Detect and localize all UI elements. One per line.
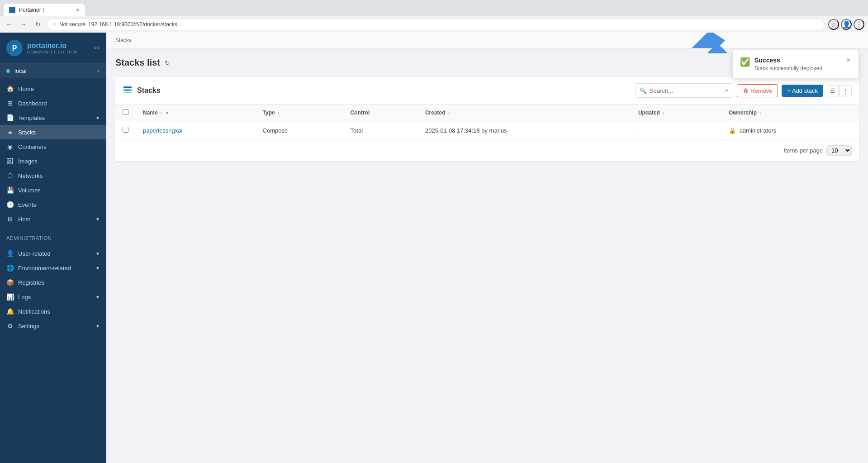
- sidebar-item-home[interactable]: 🏠 Home: [0, 81, 106, 96]
- registries-icon: 📦: [6, 279, 14, 286]
- items-per-page-select[interactable]: 10 25 50 100: [826, 145, 852, 156]
- forward-button[interactable]: →: [18, 19, 29, 30]
- sidebar-collapse-button[interactable]: <<: [94, 45, 100, 51]
- sidebar-settings-label: Settings: [18, 323, 39, 329]
- events-icon: 🕐: [6, 201, 14, 208]
- search-box[interactable]: 🔍 ✕: [636, 83, 733, 98]
- sidebar-item-registries[interactable]: 📦 Registries: [0, 275, 106, 290]
- stacks-table: Name ↕ ▼ Type ↕ Control: [115, 105, 859, 140]
- reload-button[interactable]: ↻: [33, 19, 43, 30]
- toast-content: Success Stack successfully deployed: [754, 57, 841, 72]
- panel-header: Stacks 🔍 ✕ 🗑 Remove + Add stack: [115, 77, 859, 105]
- items-per-page-label: Items per page: [783, 147, 823, 154]
- sidebar-item-environment-related[interactable]: 🌐 Environment-related ▼: [0, 261, 106, 275]
- sidebar-item-containers[interactable]: ◉ Containers: [0, 139, 106, 154]
- sidebar-dashboard-label: Dashboard: [18, 100, 47, 107]
- browser-tab[interactable]: Portainer | ✕: [4, 4, 85, 16]
- more-options-button[interactable]: ⋮: [840, 85, 852, 96]
- search-clear-button[interactable]: ✕: [725, 87, 729, 94]
- sidebar-containers-label: Containers: [18, 143, 47, 150]
- sidebar-item-host[interactable]: 🖥 Host ▼: [0, 212, 106, 226]
- created-sort-icon: ↕: [448, 110, 450, 115]
- sidebar-item-dashboard[interactable]: ⊞ Dashboard: [0, 96, 106, 110]
- sidebar-item-images[interactable]: 🖼 Images: [0, 154, 106, 168]
- updated-sort-icon: ↕: [662, 110, 664, 115]
- row-created-cell: 2025-01-08 17:34:18 by marius: [418, 121, 631, 140]
- name-filter-icon[interactable]: ▼: [165, 110, 169, 115]
- refresh-button[interactable]: ↻: [165, 59, 170, 67]
- sidebar-stacks-label: Stacks: [18, 129, 36, 136]
- sidebar-environment-related-label: Environment-related: [18, 265, 71, 272]
- edition-label: COMMUNITY EDITION: [27, 50, 77, 54]
- sidebar-volumes-label: Volumes: [18, 187, 41, 194]
- created-col-header[interactable]: Created ↕: [418, 105, 631, 121]
- toast-close-button[interactable]: ✕: [846, 57, 851, 64]
- sidebar-host-label: Host: [18, 216, 30, 223]
- ownership-icon: 🔒: [729, 127, 736, 134]
- row-updated-cell: -: [631, 121, 721, 140]
- app: P portainer.io COMMUNITY EDITION << loca…: [0, 33, 868, 463]
- sidebar-item-networks[interactable]: ⬡ Networks: [0, 168, 106, 183]
- sidebar-item-templates[interactable]: 📄 Templates ▼: [0, 110, 106, 125]
- type-col-header[interactable]: Type ↕: [256, 105, 343, 121]
- select-all-checkbox[interactable]: [123, 109, 128, 115]
- sidebar-item-user-related[interactable]: 👤 User-related ▼: [0, 246, 106, 261]
- images-icon: 🖼: [6, 158, 14, 165]
- sidebar-item-volumes[interactable]: 💾 Volumes: [0, 183, 106, 197]
- sidebar-item-settings[interactable]: ⚙ Settings ▼: [0, 319, 106, 333]
- profile-button[interactable]: 👤: [841, 19, 852, 30]
- env-close-button[interactable]: ×: [97, 68, 100, 74]
- add-stack-button[interactable]: + Add stack: [782, 85, 823, 97]
- sidebar-environment[interactable]: local ×: [0, 64, 106, 78]
- remove-label: Remove: [750, 87, 772, 94]
- view-toggle: ☰ ⋮: [827, 85, 852, 96]
- svg-text:P: P: [12, 44, 17, 52]
- remove-trash-icon: 🗑: [743, 87, 749, 94]
- sidebar-templates-label: Templates: [18, 115, 45, 121]
- search-input[interactable]: [650, 87, 722, 94]
- sidebar-item-notifications[interactable]: 🔔 Notifications: [0, 304, 106, 319]
- bookmark-button[interactable]: ☆: [828, 19, 839, 30]
- address-bar[interactable]: ⚠ Not secure 192.168.1.18:9000/#/2/docke…: [47, 19, 825, 30]
- remove-button[interactable]: 🗑 Remove: [737, 84, 778, 97]
- sidebar-item-logs[interactable]: 📊 Logs ▼: [0, 290, 106, 304]
- sidebar-images-label: Images: [18, 158, 38, 165]
- ownership-col-header[interactable]: Ownership ↕: [721, 105, 859, 121]
- row-checkbox[interactable]: [123, 127, 128, 133]
- updated-col-label: Updated: [638, 110, 660, 116]
- sidebar-events-label: Events: [18, 201, 36, 208]
- sidebar: P portainer.io COMMUNITY EDITION << loca…: [0, 33, 106, 463]
- browser-toolbar: ← → ↻ ⚠ Not secure 192.168.1.18:9000/#/2…: [0, 16, 868, 33]
- ownership-col-label: Ownership: [729, 110, 757, 116]
- tab-title: Portainer |: [19, 7, 44, 13]
- back-button[interactable]: ←: [4, 19, 14, 30]
- page-title: Stacks list: [115, 57, 160, 68]
- row-name-cell: paperlessngxai: [136, 121, 256, 140]
- sidebar-item-events[interactable]: 🕐 Events: [0, 197, 106, 212]
- name-sort-icon: ↕: [160, 110, 162, 115]
- name-col-header[interactable]: Name ↕ ▼: [136, 105, 256, 121]
- list-view-button[interactable]: ☰: [827, 85, 839, 96]
- stacks-panel-icon: [123, 85, 133, 97]
- type-col-label: Type: [263, 110, 275, 116]
- tab-close-button[interactable]: ✕: [76, 7, 80, 13]
- host-icon: 🖥: [6, 215, 14, 223]
- settings-icon: ⚙: [6, 322, 14, 329]
- stacks-panel: Stacks 🔍 ✕ 🗑 Remove + Add stack: [115, 77, 859, 161]
- stack-name-link[interactable]: paperlessngxai: [143, 127, 182, 134]
- logs-chevron-icon: ▼: [95, 295, 100, 300]
- sidebar-user-related-label: User-related: [18, 250, 51, 257]
- table-head: Name ↕ ▼ Type ↕ Control: [115, 105, 859, 121]
- menu-button[interactable]: ⋮: [854, 19, 864, 30]
- url-display: 192.168.1.18:9000/#/2/docker/stacks: [88, 21, 177, 28]
- env-name: local: [14, 67, 27, 74]
- control-col-label: Control: [351, 110, 370, 116]
- env-status-dot: [6, 69, 10, 73]
- ownership-sort-icon: ↕: [759, 110, 761, 115]
- success-toast: ✅ Success Stack successfully deployed ✕: [732, 50, 859, 78]
- row-control-cell: Total: [343, 121, 418, 140]
- settings-chevron-icon: ▼: [95, 324, 100, 329]
- updated-col-header[interactable]: Updated ↕: [631, 105, 721, 121]
- search-icon: 🔍: [640, 87, 647, 94]
- sidebar-item-stacks[interactable]: ≡ Stacks: [0, 125, 106, 139]
